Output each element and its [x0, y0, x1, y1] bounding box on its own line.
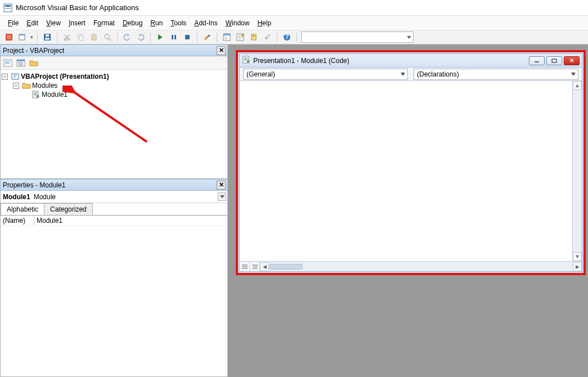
- minimize-button[interactable]: [529, 56, 545, 65]
- menu-view[interactable]: View: [46, 19, 61, 27]
- properties-window-button[interactable]: [235, 32, 246, 43]
- svg-point-25: [241, 34, 244, 37]
- code-editor[interactable]: [240, 81, 573, 261]
- scroll-thumb[interactable]: [269, 264, 303, 270]
- project-explorer-button[interactable]: [221, 32, 232, 43]
- menu-edit[interactable]: Edit: [26, 19, 38, 27]
- menubar: File Edit View Insert Format Debug Run T…: [0, 16, 588, 30]
- project-panel-title: Project - VBAProject: [3, 47, 64, 55]
- svg-rect-27: [253, 35, 255, 37]
- insert-item-button[interactable]: [17, 32, 28, 43]
- toggle-folders-button[interactable]: [28, 57, 39, 69]
- project-panel-toolbar: [1, 56, 227, 70]
- menu-help[interactable]: Help: [257, 19, 271, 27]
- toolbar: ▾ ?: [0, 30, 588, 44]
- code-procedure-combo[interactable]: (Declarations): [414, 69, 578, 80]
- find-button[interactable]: [102, 32, 113, 43]
- toolbar-context-combo[interactable]: [301, 32, 414, 43]
- code-window-toolbar: (General) (Declarations): [240, 68, 582, 81]
- cut-button[interactable]: [61, 32, 73, 43]
- svg-line-17: [109, 38, 111, 41]
- property-value[interactable]: Module1: [34, 216, 227, 226]
- tree-module1[interactable]: Module1: [42, 91, 68, 98]
- menu-run[interactable]: Run: [150, 19, 163, 27]
- code-window-bottombar: ◀ ▶: [240, 261, 582, 271]
- code-window: Presentation1 - Module1 (Code) ✕ (Genera…: [239, 53, 582, 272]
- module-icon: [242, 56, 251, 65]
- svg-rect-9: [45, 38, 50, 40]
- svg-rect-13: [79, 36, 83, 41]
- object-browser-button[interactable]: [248, 32, 259, 43]
- tree-modules-folder[interactable]: Modules: [32, 82, 57, 89]
- svg-rect-6: [19, 34, 25, 35]
- scroll-down-button[interactable]: ▼: [573, 252, 582, 261]
- menu-insert[interactable]: Insert: [69, 19, 86, 27]
- vertical-scrollbar[interactable]: ▲ ▼: [573, 81, 582, 261]
- project-tree[interactable]: − VBAProject (Presentation1) − Modules M…: [1, 70, 227, 178]
- scroll-up-button[interactable]: ▲: [573, 81, 582, 90]
- svg-rect-26: [252, 34, 256, 40]
- svg-rect-15: [93, 34, 95, 35]
- design-mode-button[interactable]: [201, 32, 213, 43]
- chevron-down-icon[interactable]: [218, 192, 226, 201]
- expand-box-icon[interactable]: −: [2, 74, 8, 80]
- expand-box-icon[interactable]: −: [13, 83, 19, 89]
- svg-point-36: [37, 95, 39, 98]
- svg-point-16: [105, 34, 109, 39]
- svg-rect-1: [5, 5, 11, 7]
- procedure-view-button[interactable]: [240, 262, 250, 271]
- help-button[interactable]: ?: [281, 32, 293, 43]
- tab-alphabetic[interactable]: Alphabetic: [1, 203, 44, 215]
- svg-rect-34: [12, 74, 19, 79]
- tree-root[interactable]: VBAProject (Presentation1): [21, 73, 109, 80]
- menu-file[interactable]: File: [8, 19, 19, 27]
- break-button[interactable]: [168, 32, 179, 43]
- svg-rect-30: [4, 60, 12, 66]
- project-panel-close-button[interactable]: ✕: [217, 46, 226, 55]
- code-object-combo[interactable]: (General): [243, 69, 408, 80]
- property-key: (Name): [1, 216, 34, 226]
- view-powerpoint-button[interactable]: [3, 32, 15, 43]
- horizontal-scrollbar[interactable]: ◀ ▶: [260, 262, 582, 271]
- code-procedure-value: (Declarations): [417, 70, 459, 78]
- menu-tools[interactable]: Tools: [170, 19, 186, 27]
- svg-text:?: ?: [285, 33, 289, 41]
- scroll-right-button[interactable]: ▶: [573, 262, 582, 271]
- reset-button[interactable]: [182, 32, 193, 43]
- code-window-title: Presentation1 - Module1 (Code): [253, 57, 349, 65]
- module-icon: [32, 91, 41, 98]
- redo-button[interactable]: [135, 32, 146, 43]
- property-row[interactable]: (Name) Module1: [1, 216, 227, 226]
- folder-icon: [22, 82, 31, 89]
- properties-object-name: Module1: [1, 193, 33, 201]
- undo-button[interactable]: [122, 32, 133, 43]
- full-module-view-button[interactable]: [250, 262, 260, 271]
- code-window-titlebar[interactable]: Presentation1 - Module1 (Code) ✕: [240, 54, 582, 68]
- svg-rect-18: [172, 35, 173, 39]
- svg-rect-23: [223, 34, 230, 35]
- properties-object-combo[interactable]: Module1 Module: [1, 191, 227, 203]
- view-object-button[interactable]: [15, 57, 26, 69]
- app-icon: [3, 3, 12, 12]
- menu-window[interactable]: Window: [226, 19, 250, 27]
- toolbox-button[interactable]: [262, 32, 273, 43]
- svg-rect-21: [208, 35, 210, 37]
- save-button[interactable]: [42, 32, 53, 43]
- close-button[interactable]: ✕: [564, 56, 580, 65]
- properties-grid[interactable]: (Name) Module1: [1, 216, 227, 376]
- copy-button[interactable]: [75, 32, 86, 43]
- properties-panel-close-button[interactable]: ✕: [217, 181, 226, 190]
- scroll-left-button[interactable]: ◀: [260, 262, 269, 271]
- svg-rect-33: [19, 62, 23, 65]
- menu-debug[interactable]: Debug: [123, 19, 142, 27]
- vbaproject-icon: [11, 73, 20, 80]
- paste-button[interactable]: [88, 32, 100, 43]
- properties-panel-title: Properties - Module1: [3, 181, 65, 189]
- svg-rect-2: [5, 8, 11, 9]
- view-code-button[interactable]: [2, 57, 14, 69]
- menu-format[interactable]: Format: [93, 19, 115, 27]
- menu-addins[interactable]: Add-Ins: [194, 19, 217, 27]
- run-button[interactable]: [155, 32, 166, 43]
- maximize-button[interactable]: [546, 56, 562, 65]
- tab-categorized[interactable]: Categorized: [44, 203, 93, 215]
